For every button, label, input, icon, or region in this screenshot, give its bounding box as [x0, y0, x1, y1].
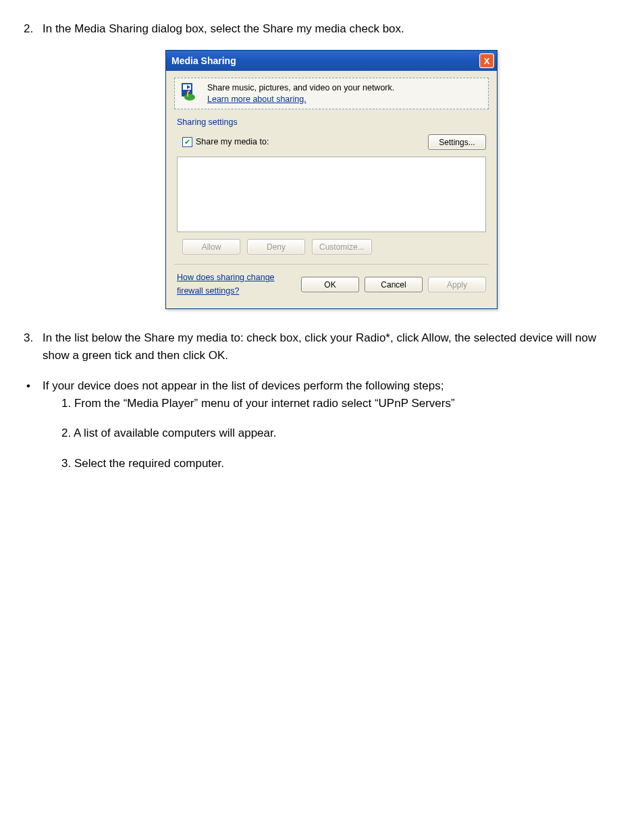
cancel-button[interactable]: Cancel [365, 277, 423, 292]
titlebar: Media Sharing X [166, 51, 497, 71]
substeps-list: 1. From the “Media Player” menu of your … [43, 395, 620, 472]
share-my-media-checkbox[interactable]: ✔ Share my media to: [182, 136, 269, 148]
dialog-screenshot: Media Sharing X [43, 50, 620, 309]
device-list[interactable] [177, 157, 486, 232]
apply-button[interactable]: Apply [428, 277, 486, 292]
step-2-number: 2. [24, 20, 33, 38]
bullet-icon: • [26, 377, 30, 395]
substep-1: 1. From the “Media Player” menu of your … [61, 395, 620, 412]
substep-3: 3. Select the required computer. [61, 455, 620, 472]
intro-row: Share music, pictures, and video on your… [174, 78, 489, 109]
document-ordered-list: 2. In the Media Sharing dialog box, sele… [24, 20, 620, 365]
customize-button-label: Customize... [319, 242, 365, 252]
allow-button-label: Allow [202, 242, 221, 252]
footer-row: How does sharing change firewall setting… [174, 271, 489, 300]
customize-button[interactable]: Customize... [312, 239, 372, 254]
bullet-text: If your device does not appear in the li… [43, 379, 444, 392]
share-row: ✔ Share my media to: Settings... [174, 134, 489, 150]
step-3-number: 3. [24, 329, 33, 347]
cancel-button-label: Cancel [381, 280, 406, 290]
sharing-settings-label: Sharing settings [177, 116, 489, 129]
bullet-item: • If your device does not appear in the … [24, 377, 620, 472]
intro-text: Share music, pictures, and video on your… [207, 82, 394, 105]
deny-button-label: Deny [267, 242, 286, 252]
firewall-link[interactable]: How does sharing change firewall setting… [177, 271, 301, 298]
separator [174, 264, 489, 265]
step-2: 2. In the Media Sharing dialog box, sele… [24, 20, 620, 309]
close-icon: X [484, 57, 490, 65]
media-sharing-dialog: Media Sharing X [165, 50, 498, 309]
checkbox-checked-icon: ✔ [182, 137, 192, 147]
dialog-body: Share music, pictures, and video on your… [166, 71, 497, 308]
substep-2: 2. A list of available computers will ap… [61, 425, 620, 442]
step-3-text: In the list below the Share my media to:… [43, 331, 596, 362]
apply-button-label: Apply [447, 280, 467, 290]
ok-button-label: OK [324, 280, 336, 290]
share-my-media-label: Share my media to: [196, 136, 269, 148]
step-3: 3. In the list below the Share my media … [24, 329, 620, 365]
intro-line1: Share music, pictures, and video on your… [207, 82, 394, 93]
learn-more-link[interactable]: Learn more about sharing. [207, 94, 306, 104]
device-button-row: Allow Deny Customize... [182, 239, 489, 254]
library-share-icon [180, 82, 200, 103]
footer-buttons: OK Cancel Apply [301, 277, 486, 292]
step-2-text: In the Media Sharing dialog box, select … [43, 22, 404, 35]
allow-button[interactable]: Allow [182, 239, 240, 254]
close-button[interactable]: X [479, 53, 494, 68]
settings-button[interactable]: Settings... [428, 134, 486, 150]
settings-button-label: Settings... [439, 138, 475, 147]
dialog-title: Media Sharing [171, 54, 236, 69]
ok-button[interactable]: OK [301, 277, 359, 292]
deny-button[interactable]: Deny [247, 239, 305, 254]
